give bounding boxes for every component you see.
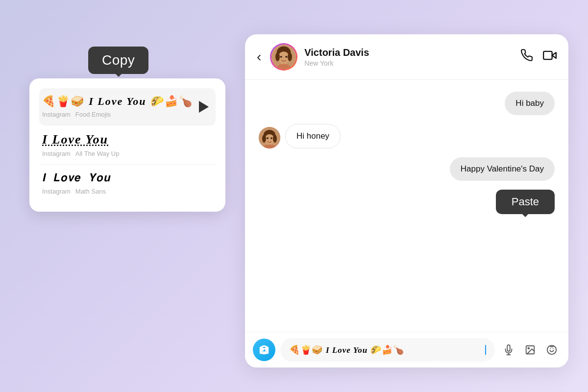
phone-icon[interactable] bbox=[520, 49, 533, 65]
image-icon[interactable] bbox=[521, 341, 539, 359]
svg-point-4 bbox=[275, 52, 280, 61]
camera-button[interactable] bbox=[253, 339, 275, 361]
svg-point-6 bbox=[280, 56, 282, 58]
font-preview-food-emojis: 🍕🍟🥪 I Love You 🌮🍰🍗 bbox=[42, 95, 213, 108]
font-platform-1: Instagram bbox=[42, 150, 71, 157]
svg-point-7 bbox=[285, 56, 287, 58]
camera-icon bbox=[259, 344, 270, 355]
received-avatar-svg bbox=[259, 127, 280, 148]
contact-name: Victoria Davis bbox=[304, 47, 514, 58]
message-row-1: Hi honey bbox=[259, 124, 555, 148]
font-meta-math-sans: Instagram Math Sans bbox=[42, 188, 213, 195]
svg-point-15 bbox=[273, 135, 277, 143]
copy-tooltip-label: Copy bbox=[102, 52, 135, 68]
message-row-0: Hi baby bbox=[259, 92, 555, 115]
svg-point-16 bbox=[267, 137, 269, 139]
message-bubble-2: Happy Valentine's Day bbox=[450, 157, 555, 181]
video-call-icon[interactable] bbox=[543, 49, 557, 65]
paste-tooltip-label: Paste bbox=[512, 196, 539, 208]
font-row-all-the-way-up[interactable]: I Love You Instagram All The Way Up bbox=[39, 125, 216, 165]
svg-marker-8 bbox=[552, 52, 556, 58]
font-style-1: All The Way Up bbox=[75, 150, 120, 157]
message-input[interactable]: 🍕🍟🥪 I Love You 🌮🍰🍗 bbox=[280, 338, 495, 362]
contact-avatar-wrap bbox=[270, 43, 297, 71]
chat-header: ‹ bbox=[245, 34, 568, 80]
paste-tooltip[interactable]: Paste bbox=[496, 190, 555, 214]
svg-point-5 bbox=[288, 52, 292, 61]
svg-rect-9 bbox=[543, 51, 552, 59]
back-button[interactable]: ‹ bbox=[257, 49, 261, 65]
font-meta-all-way: Instagram All The Way Up bbox=[42, 150, 213, 157]
chat-messages: Hi baby Hi honey bbox=[245, 80, 568, 332]
microphone-icon[interactable] bbox=[500, 341, 517, 359]
font-style-2: Math Sans bbox=[75, 188, 106, 195]
svg-point-22 bbox=[528, 347, 529, 349]
svg-point-17 bbox=[270, 137, 272, 139]
copy-tooltip[interactable]: Copy bbox=[88, 47, 148, 74]
font-row-food-emojis[interactable]: 🍕🍟🥪 I Love You 🌮🍰🍗 Instagram Food Emojis bbox=[39, 88, 216, 125]
chat-card: ‹ bbox=[245, 34, 568, 368]
font-platform-2: Instagram bbox=[42, 188, 71, 195]
received-avatar bbox=[259, 127, 280, 148]
message-bubble-0: Hi baby bbox=[505, 92, 555, 115]
contact-info: Victoria Davis New York bbox=[304, 47, 514, 67]
font-meta-food-emojis: Instagram Food Emojis bbox=[42, 111, 213, 118]
text-cursor bbox=[485, 345, 486, 355]
sticker-emoji-icon[interactable] bbox=[543, 341, 561, 359]
input-text: 🍕🍟🥪 I Love You 🌮🍰🍗 bbox=[289, 344, 483, 355]
font-style-0: Food Emojis bbox=[75, 111, 111, 118]
font-picker-card: Copy 🍕🍟🥪 I Love You 🌮🍰🍗 Instagram Food E… bbox=[29, 78, 225, 212]
message-bubble-1: Hi honey bbox=[285, 124, 341, 148]
svg-point-14 bbox=[262, 135, 266, 143]
paste-tooltip-wrap: Paste bbox=[259, 190, 555, 214]
selection-arrow bbox=[199, 101, 209, 113]
contact-avatar bbox=[271, 45, 296, 69]
font-platform-0: Instagram bbox=[42, 111, 71, 118]
header-icons bbox=[520, 49, 557, 65]
contact-location: New York bbox=[304, 59, 514, 67]
message-row-2: Happy Valentine's Day bbox=[259, 157, 555, 181]
font-row-math-sans[interactable]: 𝙄 𝙇𝙤𝙫𝙚 𝙔𝙤𝙪 Instagram Math Sans bbox=[39, 165, 216, 202]
svg-point-2 bbox=[278, 51, 290, 64]
svg-point-12 bbox=[265, 134, 274, 145]
font-preview-math-sans: 𝙄 𝙇𝙤𝙫𝙚 𝙔𝙤𝙪 bbox=[42, 172, 213, 185]
font-preview-all-way: I Love You bbox=[42, 132, 213, 147]
input-action-icons bbox=[500, 341, 561, 359]
avatar-svg bbox=[271, 45, 296, 69]
chat-input-bar: 🍕🍟🥪 I Love You 🌮🍰🍗 bbox=[245, 332, 568, 368]
